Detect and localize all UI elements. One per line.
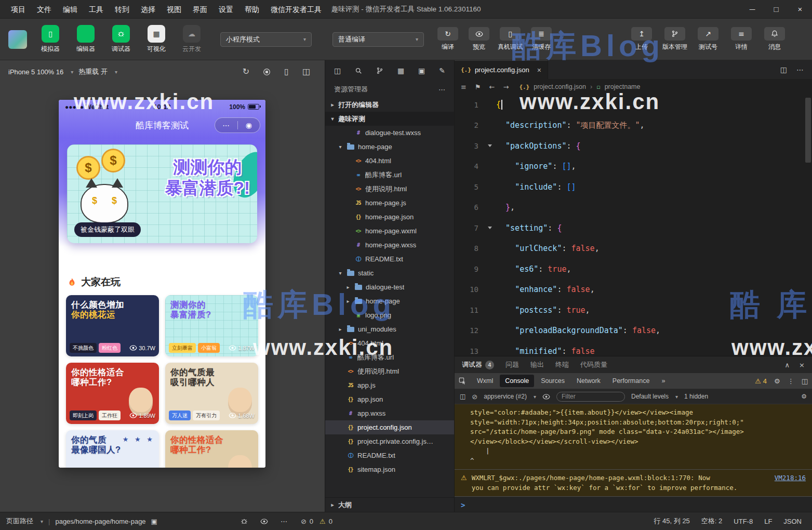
tree-item[interactable]: ⓘREADME.txt (325, 252, 454, 266)
editor-tab[interactable]: {.} project.config.json × (455, 60, 548, 79)
tree-item[interactable]: #app.wxss (325, 406, 454, 420)
version-control-button[interactable]: 版本管理 (661, 27, 688, 51)
filter-input[interactable] (556, 392, 625, 402)
test-account-button[interactable]: ↗测试号 (695, 27, 722, 51)
tree-item[interactable]: ∞酷库博客.url (325, 168, 454, 182)
devtools-tab-console[interactable]: Console (500, 375, 534, 387)
menu-item[interactable]: 界面 (187, 0, 213, 19)
breadcrumb-node[interactable]: projectname (605, 83, 641, 90)
hot-reload-toggle[interactable]: 热重载 开 ▾ (78, 67, 117, 76)
debugger-tab-code-quality[interactable]: 代码质量 (580, 360, 607, 369)
tree-item[interactable]: ▾home-page (325, 140, 454, 154)
devtools-settings-icon[interactable]: ⚙ (774, 378, 780, 385)
menu-item[interactable]: 项目 (5, 0, 31, 19)
menu-item[interactable]: 工具 (83, 0, 109, 19)
group-icon[interactable]: ▦ (397, 67, 404, 74)
menu-item[interactable]: 文件 (31, 0, 57, 19)
warning-source-link[interactable]: VM218:16 (775, 473, 806, 483)
minimize-button[interactable]: ─ (740, 0, 764, 19)
test-card[interactable]: 你的性格适合哪种工作? (165, 430, 258, 468)
close-button[interactable]: × (788, 0, 812, 19)
drawer-icon[interactable]: ◫ (802, 378, 808, 385)
search-icon[interactable] (355, 67, 362, 74)
tree-item[interactable]: <>404.html (325, 336, 454, 350)
pages-icon[interactable]: ◫ (334, 67, 341, 74)
split-editor-icon[interactable]: ◫ (780, 66, 787, 73)
exit-button[interactable]: ◉ (238, 121, 260, 129)
menu-item[interactable]: 设置 (213, 0, 239, 19)
close-tab-icon[interactable]: × (537, 66, 541, 74)
tree-item[interactable]: ⓘREADME.txt (325, 448, 454, 462)
kebab-menu-icon[interactable]: ⋮ (788, 378, 794, 385)
project-section[interactable]: ▾ 趣味评测 (325, 112, 454, 126)
page-path[interactable]: pages/home-page/home-page (55, 518, 145, 525)
error-count[interactable]: ⊘0 (301, 518, 313, 525)
tree-item[interactable]: {}project.private.config.js… (325, 434, 454, 448)
device-button[interactable]: ▯ (284, 68, 289, 76)
live-expression-eye-icon[interactable] (542, 393, 550, 401)
tree-item[interactable]: {}app.json (325, 392, 454, 406)
console-sidebar-icon[interactable]: ◫ (460, 393, 465, 400)
bookmark-icon[interactable]: ⚑ (475, 84, 481, 90)
more-icon[interactable]: ⋯ (281, 518, 287, 525)
eye-icon[interactable] (260, 518, 268, 525)
tree-item[interactable]: {}sitemap.json (325, 462, 454, 476)
more-button[interactable]: ⋯ (215, 121, 237, 129)
clear-console-icon[interactable]: ⊘ (472, 393, 477, 400)
cursor-position[interactable]: 行 45, 列 25 (654, 516, 689, 526)
tree-item[interactable]: <>404.html (325, 154, 454, 168)
mode-select[interactable]: 小程序模式 ▾ (220, 32, 312, 47)
user-avatar[interactable] (8, 30, 27, 49)
console-settings-icon[interactable]: ⚙ (801, 393, 807, 400)
tree-item[interactable]: JShome-page.js (325, 196, 454, 210)
log-levels-select[interactable]: Default levels ▾ (631, 393, 678, 400)
upload-button[interactable]: ↥上传 (628, 27, 655, 51)
encoding[interactable]: UTF-8 (734, 518, 753, 525)
test-card[interactable]: 你的性格适合哪种工作?即刻上岗工作狂1.89W (66, 363, 159, 424)
edit-icon[interactable]: ✎ (439, 67, 445, 74)
debugger-tab-output[interactable]: 输出 (530, 360, 544, 369)
debugger-tab-debugger[interactable]: 调试器4 (462, 360, 494, 369)
test-card[interactable]: 测测你的暴富潜质?立刻暴富小富翁1.87W (165, 295, 258, 356)
context-select[interactable]: appservice (#2) ▾ (484, 393, 536, 400)
maximize-button[interactable]: □ (764, 0, 788, 19)
devtools-warning-count[interactable]: ⚠4 (755, 377, 767, 385)
devtools-tab-sources[interactable]: Sources (536, 375, 570, 387)
refresh-button[interactable]: ↻ (243, 68, 249, 76)
remote-debug-button[interactable]: ▯真机调试 (497, 27, 524, 51)
module-button-simulator[interactable]: ▯模拟器 (35, 25, 65, 54)
tree-item[interactable]: ▾static (325, 266, 454, 280)
tree-item[interactable]: <>使用说明.html (325, 364, 454, 378)
git-branch-icon[interactable] (376, 67, 383, 74)
tree-item[interactable]: <>使用说明.html (325, 182, 454, 196)
banner-card[interactable]: $ $ $ $ 测测你的 暴富潜质?! 被金钱蒙蔽了双眼 (67, 144, 257, 243)
inspect-element-icon[interactable] (459, 377, 466, 385)
outline-list-icon[interactable]: ≡ (461, 84, 467, 90)
editor-scrollbar[interactable] (805, 98, 811, 163)
tree-item[interactable]: ▸dialogue-test (325, 280, 454, 294)
tree-item[interactable]: {}project.config.json (325, 420, 454, 434)
test-card[interactable]: 你的气质最吸引哪种人万人迷万有引力1.68W (165, 363, 258, 424)
debugger-tab-terminal[interactable]: 终端 (555, 360, 569, 369)
nav-forward-icon[interactable]: → (503, 84, 509, 90)
menu-item[interactable]: 视图 (161, 0, 187, 19)
fold-arrow-icon[interactable] (488, 144, 492, 147)
debugger-tab-problems[interactable]: 问题 (505, 360, 519, 369)
page-path-select[interactable]: 页面路径 ▾ (6, 516, 43, 526)
collapse-panel-icon[interactable]: ∧ (785, 362, 790, 368)
module-button-visual[interactable]: ▦可视化 (141, 25, 171, 54)
devtools-tab-network[interactable]: Network (571, 375, 606, 387)
tree-item[interactable]: ▣logo.png (325, 308, 454, 322)
tree-item[interactable]: JSapp.js (325, 378, 454, 392)
devtools-tab-overflow[interactable]: » (656, 375, 670, 387)
more-icon[interactable]: ⋯ (438, 86, 445, 94)
module-button-editor[interactable]: 编辑器 (71, 25, 101, 54)
test-card[interactable]: 什么颜色增加你的桃花运不挑颜色粉红色30.7W (66, 295, 159, 356)
menu-item[interactable]: 微信开发者工具 (265, 0, 327, 19)
console-prompt[interactable]: > (455, 497, 812, 512)
tree-item[interactable]: #home-page.wxss (325, 238, 454, 252)
devtools-tab-performance[interactable]: Performance (607, 375, 655, 387)
module-button-cloud-dev[interactable]: ☁云开发 (177, 25, 207, 54)
breadcrumb-file[interactable]: project.config.json (534, 83, 586, 90)
test-card[interactable]: ★ ★ ★你的气质最像哪国人? (66, 430, 159, 468)
